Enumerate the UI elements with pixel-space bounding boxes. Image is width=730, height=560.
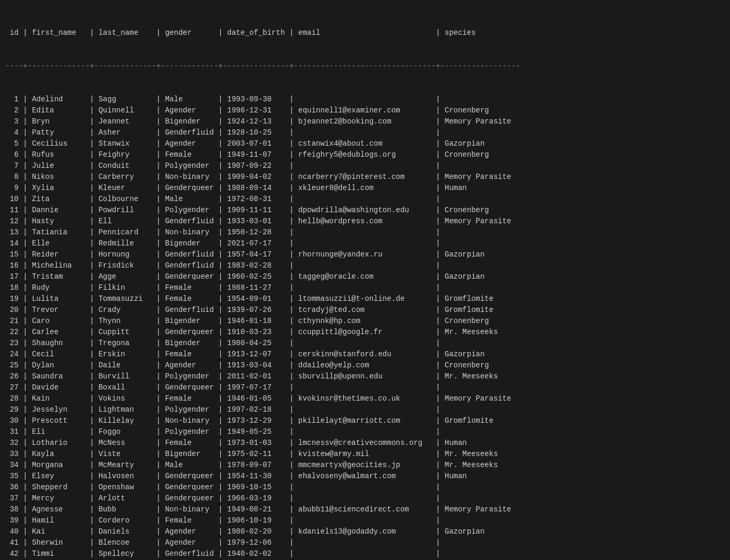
table-row: 12 | Hasty | Ell | Genderfluid | 1933-03… <box>5 216 725 227</box>
table-row: 14 | Elle | Redmille | Bigender | 2021-0… <box>5 238 725 249</box>
table-row: 37 | Mercy | Arlott | Genderqueer | 1966… <box>5 493 725 504</box>
table-row: 21 | Caro | Thynn | Bigender | 1946-01-1… <box>5 316 725 327</box>
table-divider: ----+--------------+--------------+-----… <box>5 61 725 72</box>
table-row: 3 | Bryn | Jeannet | Bigender | 1924-12-… <box>5 116 725 127</box>
table-row: 2 | Edita | Quinnell | Agender | 1996-12… <box>5 105 725 116</box>
table-row: 40 | Kai | Daniels | Agender | 1980-02-2… <box>5 526 725 537</box>
table-row: 19 | Lulita | Tommasuzzi | Female | 1954… <box>5 293 725 305</box>
table-row: 6 | Rufus | Feighry | Female | 1949-11-0… <box>5 149 725 160</box>
table-row: 1 | Adelind | Sagg | Male | 1993-09-30 |… <box>5 94 725 105</box>
table-row: 33 | Kayla | Viste | Bigender | 1975-02-… <box>5 449 725 460</box>
table-row: 34 | Morgana | McMearty | Male | 1978-09… <box>5 460 725 471</box>
table-row: 16 | Michelina | Frisdick | Genderfluid … <box>5 260 725 271</box>
table-row: 30 | Prescott | Killelay | Non-binary | … <box>5 415 725 426</box>
table-row: 17 | Tristam | Agge | Genderqueer | 1960… <box>5 271 725 282</box>
table-row: 11 | Dannie | Powdrill | Polygender | 19… <box>5 205 725 216</box>
table-row: 5 | Cecilius | Stanwix | Agender | 2003-… <box>5 138 725 149</box>
table-row: 8 | Nikos | Carberry | Non-binary | 1909… <box>5 172 725 183</box>
table-row: 13 | Tatiania | Pennicard | Non-binary |… <box>5 227 725 238</box>
table-row: 7 | Julie | Conduit | Polygender | 1907-… <box>5 160 725 172</box>
table-row: 20 | Trevor | Crady | Genderfluid | 1939… <box>5 305 725 316</box>
table-row: 26 | Saundra | Burvill | Polygender | 20… <box>5 371 725 382</box>
table-row: 28 | Kain | Vokins | Female | 1946-01-05… <box>5 393 725 404</box>
table-row: 9 | Xylia | Kleuer | Genderqueer | 1988-… <box>5 183 725 194</box>
table-row: 32 | Lothario | McNess | Female | 1973-0… <box>5 438 725 449</box>
table-row: 31 | Eli | Foggo | Polygender | 1949-05-… <box>5 426 725 438</box>
table-body: 1 | Adelind | Sagg | Male | 1993-09-30 |… <box>5 94 725 560</box>
table-row: 35 | Elsey | Halvosen | Genderqueer | 19… <box>5 471 725 482</box>
table-row: 38 | Agnesse | Bubb | Non-binary | 1949-… <box>5 504 725 515</box>
table-row: 22 | Carlee | Cuppitt | Genderqueer | 19… <box>5 327 725 338</box>
table-row: 42 | Timmi | Spellecy | Genderfluid | 19… <box>5 548 725 559</box>
table-row: 10 | Zita | Colbourne | Male | 1972-08-3… <box>5 194 725 205</box>
table-row: 27 | Davide | Boxall | Genderqueer | 199… <box>5 382 725 393</box>
database-table: id | first_name | last_name | gender | d… <box>5 5 725 560</box>
table-row: 15 | Reider | Hornung | Genderfluid | 19… <box>5 249 725 260</box>
table-row: 4 | Patty | Asher | Genderfluid | 1928-1… <box>5 127 725 138</box>
table-row: 24 | Cecil | Erskin | Female | 1913-12-0… <box>5 349 725 360</box>
table-header: id | first_name | last_name | gender | d… <box>5 27 725 39</box>
table-row: 39 | Hamil | Cordero | Female | 1906-10-… <box>5 515 725 526</box>
table-row: 41 | Sherwin | Blencoe | Agender | 1979-… <box>5 537 725 548</box>
table-row: 29 | Jesselyn | Lightman | Polygender | … <box>5 404 725 415</box>
table-row: 23 | Shaughn | Tregona | Bigender | 1980… <box>5 338 725 349</box>
table-row: 18 | Rudy | Filkin | Female | 1988-11-27… <box>5 282 725 293</box>
table-row: 36 | Shepperd | Openshaw | Genderqueer |… <box>5 482 725 493</box>
table-row: 25 | Dylan | Daile | Agender | 1913-03-0… <box>5 360 725 371</box>
